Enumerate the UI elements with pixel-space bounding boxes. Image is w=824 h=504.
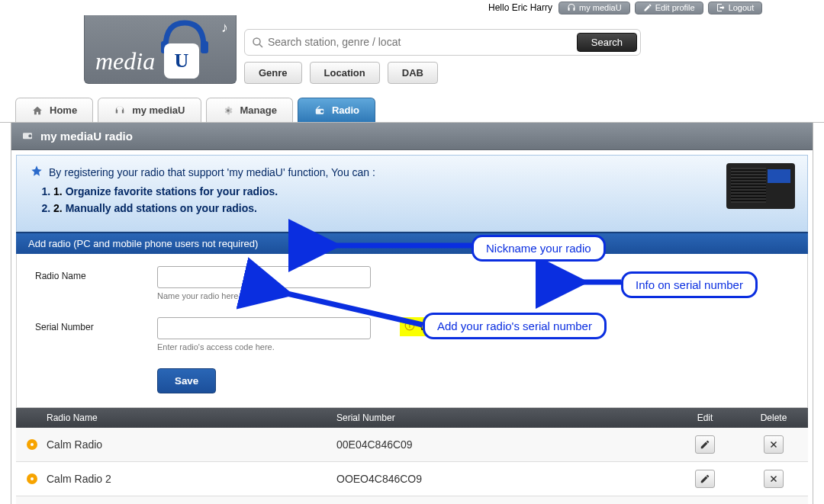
svg-point-6: [320, 110, 323, 113]
row-serial: OOEO4C846CO9: [336, 473, 671, 485]
radio-icon: [21, 129, 34, 143]
tab-home[interactable]: Home: [15, 98, 93, 122]
star-icon: [31, 165, 43, 179]
svg-line-7: [317, 106, 320, 109]
row-bullet-icon: [27, 474, 37, 484]
callout-nickname: Nickname your radio: [472, 235, 606, 262]
x-icon: [769, 474, 778, 483]
intro-item-1: Organize favorite stations for your radi…: [66, 185, 278, 197]
arrow-to-name-input: [319, 232, 487, 262]
svg-line-3: [259, 44, 262, 47]
row-bullet-icon: [27, 439, 37, 450]
logout-label: Logout: [729, 3, 755, 12]
svg-point-9: [28, 134, 31, 137]
tab-bar: Home my mediaU Manage Radio: [0, 98, 824, 123]
search-icon: [251, 36, 265, 52]
logo-text-media: media: [95, 47, 155, 75]
col-edit: Edit: [671, 413, 739, 423]
table-row: Calm Radio 2OOEO4C846CO9: [16, 462, 808, 496]
serial-label: Serial Number: [35, 317, 157, 332]
panel-title-text: my mediaU radio: [40, 130, 133, 143]
tab-my-mediau[interactable]: my mediaU: [98, 98, 201, 122]
col-serial: Serial Number: [336, 413, 671, 423]
radio-name-label: Radio Name: [35, 266, 157, 281]
gear-icon: [222, 105, 234, 116]
edit-button[interactable]: [695, 435, 715, 454]
tab-manage[interactable]: Manage: [206, 98, 293, 122]
music-note-icon: ♪: [221, 20, 228, 36]
delete-button[interactable]: [764, 470, 784, 488]
svg-line-14: [284, 293, 423, 325]
search-bar: Search: [244, 29, 641, 56]
callout-add-serial: Add your radio's serial number: [423, 313, 607, 339]
edit-profile-label: Edit profile: [655, 3, 695, 12]
table-row: Calm Radio00E04C846C09: [16, 428, 808, 462]
my-mediau-link[interactable]: my mediaU: [558, 2, 630, 14]
intro-lead: By registering your radio that support '…: [49, 166, 375, 178]
logo[interactable]: ♪ media U: [84, 15, 237, 84]
tab-manage-label: Manage: [240, 104, 277, 116]
headphones-icon: [567, 3, 576, 12]
pencil-icon: [700, 474, 710, 484]
intro-box: By registering your radio that support '…: [16, 155, 808, 232]
row-serial: 00E04C846C09: [336, 438, 671, 451]
save-button[interactable]: Save: [157, 368, 216, 393]
callout-info-serial: Info on serial number: [621, 271, 758, 298]
pencil-icon: [643, 3, 652, 12]
radio-icon: [314, 105, 326, 116]
intro-item-2: Manually add stations on your radios.: [66, 202, 257, 214]
edit-profile-link[interactable]: Edit profile: [635, 2, 703, 14]
search-button[interactable]: Search: [577, 33, 637, 52]
tab-radio-label: Radio: [332, 104, 359, 116]
logout-link[interactable]: Logout: [708, 2, 763, 14]
tab-radio[interactable]: Radio: [298, 98, 375, 122]
col-radio-name: Radio Name: [16, 413, 336, 423]
radios-table-header: Radio Name Serial Number Edit Delete: [16, 408, 808, 428]
dab-button[interactable]: DAB: [388, 62, 438, 84]
my-mediau-label: my mediaU: [579, 3, 622, 12]
arrow-to-serial-input: [272, 284, 432, 337]
radio-device-image: [726, 163, 795, 209]
delete-button[interactable]: [764, 435, 784, 454]
location-button[interactable]: Location: [310, 62, 380, 84]
home-icon: [31, 105, 43, 116]
svg-rect-1: [201, 41, 208, 53]
logout-icon: [716, 3, 726, 12]
logo-text-u: U: [164, 43, 199, 79]
row-radio-name: Calm Radio 2: [47, 473, 336, 485]
search-input[interactable]: [248, 33, 404, 51]
genre-button[interactable]: Genre: [244, 62, 302, 84]
svg-point-2: [253, 38, 260, 45]
table-row: IP Radio000136896AFA: [16, 496, 808, 504]
edit-button[interactable]: [695, 470, 715, 488]
serial-hint: Enter radio's access code here.: [157, 342, 378, 352]
headphones-icon: [114, 105, 126, 116]
row-radio-name: Calm Radio: [47, 438, 336, 451]
panel-title: my mediaU radio: [11, 123, 813, 150]
col-delete: Delete: [739, 413, 808, 423]
greeting-text: Hello Eric Harry: [488, 2, 552, 13]
tab-home-label: Home: [50, 104, 77, 116]
tab-my-label: my mediaU: [132, 104, 185, 116]
x-icon: [769, 440, 778, 449]
pencil-icon: [700, 439, 710, 450]
